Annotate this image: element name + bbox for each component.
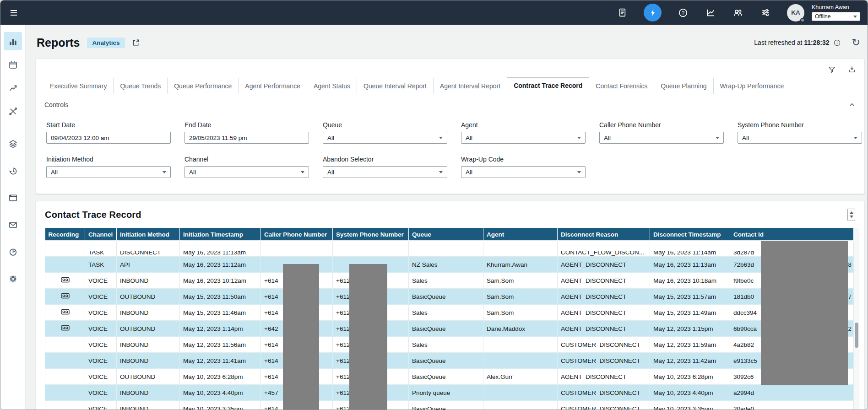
cell-channel: VOICE [85, 401, 117, 410]
cell-initiation-timestamp: May 12, 2023 11:56am [180, 337, 261, 353]
filter-label: Initiation Method [46, 156, 171, 163]
tab-bar: Executive SummaryQueue TrendsQueue Perfo… [36, 77, 864, 94]
column-header-initiation-method[interactable]: Initiation Method [117, 228, 180, 241]
system-phone-number-select[interactable]: All [738, 132, 862, 144]
column-header-contact-id[interactable]: Contact Id [730, 228, 854, 241]
caller-phone-number-select[interactable]: All [599, 132, 724, 144]
sidebar-item-history[interactable] [4, 162, 22, 180]
cell-initiation-method: INBOUND [117, 353, 180, 369]
cell-disconnect-timestamp: May 10, 2023 4:40pm [650, 385, 730, 401]
metrics-icon[interactable] [705, 7, 716, 19]
cell-disconnect-timestamp: May 16, 2023 11:14am [650, 241, 730, 257]
column-header-recording[interactable]: Recording [45, 228, 85, 241]
cell-channel: VOICE [85, 321, 117, 337]
table-row[interactable]: VOICEOUTBOUNDMay 10, 2023 6:28pm+614+612… [45, 369, 854, 385]
chevron-up-icon[interactable] [848, 101, 856, 109]
cell-channel: VOICE [85, 385, 117, 401]
table-row[interactable]: VOICEOUTBOUNDMay 15, 2023 11:50am+614+61… [45, 289, 854, 305]
column-header-agent[interactable]: Agent [483, 228, 558, 241]
mail-icon [8, 220, 18, 230]
top-bar-actions: ? KA Khurram Awan Offline [616, 4, 860, 22]
initiation-method-select[interactable]: All [46, 166, 171, 178]
sidebar-item-calendar[interactable] [4, 55, 22, 74]
cell-caller-phone-number [261, 241, 333, 257]
settings-sliders-icon[interactable] [760, 7, 771, 19]
status-select[interactable]: Offline [812, 12, 860, 21]
sidebar-item-reports[interactable] [4, 32, 22, 50]
column-header-disconnect-reason[interactable]: Disconnect Reason [558, 228, 650, 241]
column-header-initiation-timestamp[interactable]: Initiation Timestamp [180, 228, 261, 241]
status-select-value: Offline [815, 13, 830, 20]
sidebar-item-settings[interactable] [4, 270, 22, 288]
column-header-queue[interactable]: Queue [409, 228, 483, 241]
cell-queue: NZ Sales [409, 257, 483, 273]
table-row[interactable]: VOICEINBOUNDMay 10, 2023 3:35pm+614+612B… [45, 401, 854, 410]
cell-disconnect-reason: CONTACT_FLOW_DISCON... [558, 241, 650, 257]
table-row[interactable]: VOICEINBOUNDMay 16, 2023 10:12am+614+612… [45, 273, 854, 289]
column-header-caller-phone-number[interactable]: Caller Phone Number [261, 228, 333, 241]
sidebar-item-window[interactable] [4, 189, 22, 207]
tab-queue-planning[interactable]: Queue Planning [654, 78, 713, 94]
user-block: Khurram Awan Offline [812, 4, 860, 21]
cell-initiation-timestamp: May 15, 2023 11:50am [180, 289, 261, 305]
channel-select[interactable]: All [184, 166, 309, 178]
sidebar-item-tools[interactable] [4, 102, 22, 120]
agent-select[interactable]: All [461, 132, 586, 144]
column-header-channel[interactable]: Channel [85, 228, 117, 241]
table-row[interactable]: VOICEINBOUNDMay 15, 2023 11:46am+614+612… [45, 305, 854, 321]
bar-chart-icon [8, 37, 18, 46]
table-row[interactable]: VOICEOUTBOUNDMay 12, 2023 1:14pm+642+612… [45, 321, 854, 337]
step-down-icon[interactable] [850, 216, 853, 218]
table-row[interactable]: TASKAPIMay 16, 2023 11:12amNZ SalesKhurr… [45, 257, 854, 273]
sidebar-item-pie[interactable] [4, 243, 22, 261]
layers-icon [8, 139, 18, 149]
refresh-icon[interactable]: ↻ [852, 38, 860, 48]
table-row[interactable]: VOICEINBOUNDMay 10, 2023 4:40pm+457+612P… [45, 385, 854, 401]
external-link-icon[interactable] [131, 38, 140, 47]
end-date-input[interactable] [184, 132, 309, 144]
filter-label: Start Date [46, 121, 171, 129]
cell-agent [483, 401, 558, 410]
table-row[interactable]: VOICEINBOUNDMay 12, 2023 11:41am+614+612… [45, 353, 854, 369]
queue-select[interactable]: All [323, 132, 447, 144]
tab-wrap-up-performance[interactable]: Wrap-Up Performance [713, 78, 791, 94]
sidebar-item-mail[interactable] [4, 216, 22, 234]
tab-contract-trace-record[interactable]: Contract Trace Record [507, 77, 589, 94]
filter-icon[interactable] [828, 65, 836, 75]
tab-queue-performance[interactable]: Queue Performance [167, 78, 238, 94]
table-scrollbar[interactable] [854, 228, 859, 410]
sidebar-item-trends[interactable] [4, 79, 22, 97]
tab-executive-summary[interactable]: Executive Summary [43, 78, 113, 94]
hamburger-menu-icon[interactable] [8, 7, 20, 19]
wrap-up-code-select[interactable]: All [461, 166, 586, 178]
sidebar-item-layers[interactable] [4, 135, 22, 153]
cell-disconnect-timestamp: May 10, 2023 3:35pm [650, 401, 730, 410]
tab-agent-interval-report[interactable]: Agent Interval Report [433, 78, 507, 94]
cell-recording [45, 289, 85, 305]
cell-disconnect-reason: CUSTOMER_DISCONNECT [558, 401, 650, 410]
table-row[interactable]: VOICEINBOUNDMay 12, 2023 11:56am+614+612… [45, 337, 854, 353]
tab-agent-status[interactable]: Agent Status [307, 78, 357, 94]
help-icon[interactable]: ? [677, 7, 689, 19]
scroll-stepper[interactable] [847, 209, 855, 221]
cell-initiation-timestamp: May 16, 2023 11:12am [180, 257, 261, 273]
tab-agent-performance[interactable]: Agent Performance [238, 78, 307, 94]
users-icon[interactable] [732, 7, 744, 19]
tab-queue-trends[interactable]: Queue Trends [113, 78, 167, 94]
cell-agent [483, 337, 558, 353]
step-up-icon[interactable] [850, 211, 853, 214]
abandon-selector-select[interactable]: All [323, 166, 447, 178]
export-icon[interactable] [848, 65, 856, 75]
flash-active-icon[interactable] [644, 4, 662, 22]
column-header-system-phone-number[interactable]: System Phone Number [333, 228, 409, 241]
tab-queue-interval-report[interactable]: Queue Interval Report [357, 78, 433, 94]
tab-contact-forensics[interactable]: Contact Forensics [589, 78, 654, 94]
column-header-disconnect-timestamp[interactable]: Disconnect Timestamp [650, 228, 730, 241]
table-row[interactable]: TASKDISCONNECTMay 16, 2023 11:13amCONTAC… [45, 241, 854, 257]
cell-channel: VOICE [85, 305, 117, 321]
info-icon[interactable] [833, 39, 841, 47]
avatar[interactable]: KA [787, 4, 804, 22]
scrollbar-thumb[interactable] [855, 323, 858, 348]
notes-icon[interactable] [616, 7, 628, 19]
start-date-input[interactable] [46, 132, 171, 144]
